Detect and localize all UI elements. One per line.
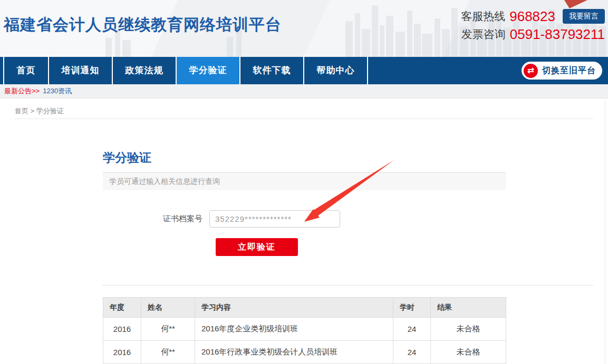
page: 福建省会计人员继续教育网络培训平台 客服热线 968823 我要留言 发票咨询 …: [0, 0, 608, 364]
nav-tabs: 首页 培训通知 政策法规 学分验证 软件下载 帮助中心: [3, 57, 368, 84]
news-bar: 最新公告>> 1230资讯: [0, 84, 608, 99]
cell-year: 2016: [103, 318, 141, 341]
col-header-hours: 学时: [393, 298, 431, 318]
leave-message-button[interactable]: 我要留言: [563, 9, 605, 24]
cell-content: 2016年度企业类初级培训班: [195, 318, 393, 341]
verify-form: 证书档案号: [103, 210, 340, 228]
nav-tab-help-center[interactable]: 帮助中心: [304, 57, 368, 84]
site-title: 福建省会计人员继续教育网络培训平台: [4, 14, 282, 36]
page-title: 学分验证: [103, 150, 151, 166]
invoice-label: 发票咨询: [461, 27, 506, 42]
col-header-content: 学习内容: [195, 298, 393, 318]
invoice-number: 0591-83793211: [510, 26, 605, 43]
col-header-result: 结果: [431, 298, 506, 318]
dotted-separator: [103, 285, 593, 286]
content-right-border: [605, 99, 605, 364]
nav-tab-home[interactable]: 首页: [4, 57, 49, 84]
cell-result: 未合格: [431, 341, 506, 364]
cell-name: 何**: [141, 341, 195, 364]
certificate-number-input[interactable]: [209, 210, 340, 228]
content-area: 首页 > 学分验证 学分验证 学员可通过输入相关信息进行查询 证书档案号 立即验…: [0, 99, 608, 364]
switch-old-platform-label: 切换至旧平台: [542, 65, 596, 76]
contact-info: 客服热线 968823 我要留言 发票咨询 0591-83793211: [383, 7, 605, 43]
verify-now-button[interactable]: 立即验证: [216, 238, 298, 256]
page-description: 学员可通过输入相关信息进行查询: [103, 172, 506, 190]
cell-hours: 24: [393, 318, 431, 341]
table-header-row: 年度 姓名 学习内容 学时 结果: [103, 298, 506, 318]
table-row: 2016 何** 2016年行政事业类初级会计人员培训班 24 未合格: [103, 341, 506, 364]
col-header-year: 年度: [103, 298, 141, 318]
cell-content: 2016年行政事业类初级会计人员培训班: [195, 341, 393, 364]
nav-tab-software-download[interactable]: 软件下载: [240, 57, 304, 84]
site-header: 福建省会计人员继续教育网络培训平台 客服热线 968823 我要留言 发票咨询 …: [0, 0, 608, 57]
news-link[interactable]: 1230资讯: [43, 86, 72, 96]
latest-announcement-label: 最新公告>>: [4, 86, 40, 96]
switch-old-platform-button[interactable]: ⇄ 切换至旧平台: [522, 62, 602, 80]
col-header-name: 姓名: [141, 298, 195, 318]
cell-result: 未合格: [431, 318, 506, 341]
breadcrumb-divider: [15, 119, 593, 119]
cell-hours: 24: [393, 341, 431, 364]
credit-result-table: 年度 姓名 学习内容 学时 结果 2016 何** 2016年度企业类初级培训班…: [103, 297, 506, 364]
cell-name: 何**: [141, 318, 195, 341]
nav-tab-training-notice[interactable]: 培训通知: [49, 57, 113, 84]
nav-tab-policy[interactable]: 政策法规: [113, 57, 177, 84]
main-nav: 首页 培训通知 政策法规 学分验证 软件下载 帮助中心 ⇄ 切换至旧平台: [0, 57, 608, 84]
breadcrumb: 首页 > 学分验证: [15, 106, 64, 116]
certificate-number-label: 证书档案号: [103, 214, 209, 224]
table-row: 2016 何** 2016年度企业类初级培训班 24 未合格: [103, 318, 506, 341]
cell-year: 2016: [103, 341, 141, 364]
swap-arrows-icon: ⇄: [524, 64, 538, 78]
hotline-number: 968823: [509, 8, 555, 25]
hotline-label: 客服热线: [461, 9, 505, 24]
nav-tab-credit-verify[interactable]: 学分验证: [177, 57, 240, 84]
